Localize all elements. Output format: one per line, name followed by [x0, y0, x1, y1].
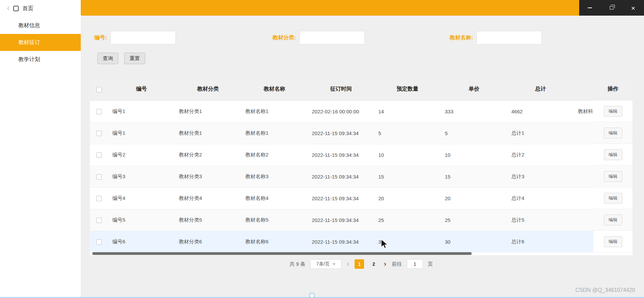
table-row[interactable]: 编号1教材分类1教材名称12022-11-15 09:34:3455总计1 — [90, 122, 593, 144]
filter-label-number: 编号: — [94, 34, 107, 41]
goto-page-input[interactable] — [407, 259, 423, 269]
table-cell: 2022-11-15 09:34:34 — [308, 231, 374, 253]
table-header-row: 编号 教材分类 教材名称 征订时间 预定数量 单价 总计 — [90, 78, 593, 100]
filter-label-category: 教材分类: — [272, 34, 296, 41]
table-cell: 30 — [441, 231, 507, 253]
action-cell: 编辑 — [593, 166, 632, 187]
name-input[interactable] — [476, 31, 542, 44]
window-square-icon — [13, 6, 19, 11]
page-2-button[interactable]: 2 — [369, 259, 378, 269]
row-checkbox-cell — [90, 209, 108, 231]
table-cell: 总计5 — [507, 209, 574, 231]
prev-page-button[interactable]: ‹ — [346, 259, 350, 269]
row-checkbox-cell — [90, 100, 108, 122]
edit-button[interactable]: 编辑 — [604, 149, 622, 160]
table-cell: 教材分类3 — [175, 166, 241, 187]
table-cell: 编号1 — [108, 122, 175, 144]
sidebar-item-teaching-plan[interactable]: 教学计划 — [0, 51, 81, 68]
table-cell — [574, 166, 593, 187]
table-cell: 总计1 — [507, 122, 574, 144]
row-checkbox[interactable] — [96, 218, 102, 223]
main-content: 编号: 教材分类: 教材名称: 查询 重置 — [81, 16, 644, 298]
edit-button[interactable]: 编辑 — [604, 171, 622, 182]
table-cell: 编号5 — [108, 209, 175, 231]
table-cell: 4662 — [507, 100, 574, 122]
filter-field-name: 教材名称: — [450, 31, 542, 44]
video-progress-dot — [309, 293, 315, 298]
row-checkbox[interactable] — [96, 152, 102, 158]
table-row[interactable]: 编号1教材分类1教材名称12022-02-16 00:00:0014333466… — [90, 100, 593, 122]
table-cell — [574, 231, 593, 253]
horizontal-scrollbar[interactable] — [90, 252, 632, 255]
restore-button[interactable] — [601, 0, 623, 16]
data-table: 编号 教材分类 教材名称 征订时间 预定数量 单价 总计 编号1教材分类1教材名… — [90, 78, 632, 255]
action-cell: 编辑 — [593, 187, 632, 209]
column-header-number: 编号 — [108, 78, 175, 100]
column-header-unit-price: 单价 — [441, 78, 507, 100]
table-cell: 教材分类2 — [175, 144, 241, 166]
row-checkbox[interactable] — [96, 131, 102, 136]
sidebar-item-label: 教学计划 — [18, 56, 40, 63]
table-cell: 10 — [374, 144, 441, 166]
row-checkbox[interactable] — [96, 239, 102, 245]
table-cell: 10 — [441, 144, 507, 166]
edit-button[interactable]: 编辑 — [604, 106, 622, 117]
minimize-button[interactable] — [579, 0, 601, 16]
sidebar-item-label: 教材信息 — [18, 22, 40, 29]
column-header-total: 总计 — [507, 78, 574, 100]
close-button[interactable]: × — [622, 0, 644, 16]
edit-button[interactable]: 编辑 — [604, 236, 622, 247]
filter-field-number: 编号: — [94, 31, 176, 44]
row-checkbox[interactable] — [96, 109, 102, 114]
table-cell — [574, 122, 593, 144]
table-cell: 2022-11-15 09:34:34 — [308, 209, 374, 231]
next-page-button[interactable]: › — [383, 259, 387, 269]
table-cell: 14 — [374, 100, 441, 122]
action-cell: 编辑 — [593, 231, 632, 253]
watermark: CSDN @Q_3461074420 — [575, 287, 635, 293]
row-checkbox-cell — [90, 166, 108, 187]
edit-button[interactable]: 编辑 — [604, 215, 622, 225]
page-size-value: 7条/页 — [316, 261, 330, 267]
table-cell: 25 — [441, 209, 507, 231]
page-1-button[interactable]: 1 — [355, 259, 364, 269]
filter-actions: 查询 重置 — [97, 53, 145, 64]
table-cell: 25 — [374, 209, 441, 231]
mouse-cursor-icon — [381, 239, 388, 249]
row-checkbox[interactable] — [96, 196, 102, 201]
category-input[interactable] — [299, 31, 365, 44]
edit-button[interactable]: 编辑 — [604, 193, 622, 204]
page-size-select[interactable]: 7条/页 — [310, 259, 341, 269]
table-cell: 教材名称5 — [241, 209, 308, 231]
table-cell — [574, 144, 593, 166]
back-arrow-icon[interactable]: ‹ — [7, 3, 10, 13]
column-header-quantity: 预定数量 — [374, 78, 441, 100]
table-row[interactable]: 编号2教材分类2教材名称22022-11-15 09:34:341010总计2 — [90, 144, 593, 166]
edit-button[interactable]: 编辑 — [604, 128, 622, 138]
sidebar-item-textbook-info[interactable]: 教材信息 — [0, 17, 81, 34]
sidebar-item-textbook-order[interactable]: 教材征订 — [0, 34, 81, 51]
select-all-checkbox[interactable] — [96, 87, 102, 92]
table-cell: 编号4 — [108, 187, 175, 209]
action-cell: 编辑 — [593, 122, 632, 144]
table-row[interactable]: 编号6教材分类6教材名称62022-11-15 09:34:343030总计6 — [90, 231, 593, 253]
table-row[interactable]: 编号3教材分类3教材名称32022-11-15 09:34:341515总计3 — [90, 166, 593, 187]
goto-label: 前往 — [392, 261, 402, 267]
query-button[interactable]: 查询 — [97, 53, 118, 64]
table-row[interactable]: 编号5教材分类5教材名称52022-11-15 09:34:342525总计5 — [90, 209, 593, 231]
table-row[interactable]: 编号4教材分类4教材名称42022-11-15 09:34:342020总计4 — [90, 187, 593, 209]
action-column-header: 操作 — [593, 78, 632, 100]
sidebar-item-home[interactable]: ‹ 首页 — [0, 0, 81, 17]
row-checkbox-cell — [90, 122, 108, 144]
total-count: 共 9 条 — [289, 261, 305, 267]
reset-button[interactable]: 重置 — [124, 53, 145, 64]
action-cell: 编辑 — [593, 144, 632, 166]
table-cell: 教材分类1 — [175, 100, 241, 122]
scrollbar-thumb[interactable] — [92, 252, 472, 255]
restore-icon — [610, 6, 613, 10]
action-cell: 编辑 — [593, 100, 632, 122]
sidebar: ‹ 首页 教材信息 教材征订 教学计划 — [0, 0, 81, 298]
row-checkbox[interactable] — [96, 174, 102, 180]
number-input[interactable] — [110, 31, 176, 44]
app-window: ‹ 首页 教材信息 教材征订 教学计划 × 编号: 教材分类: 教材 — [0, 0, 644, 298]
